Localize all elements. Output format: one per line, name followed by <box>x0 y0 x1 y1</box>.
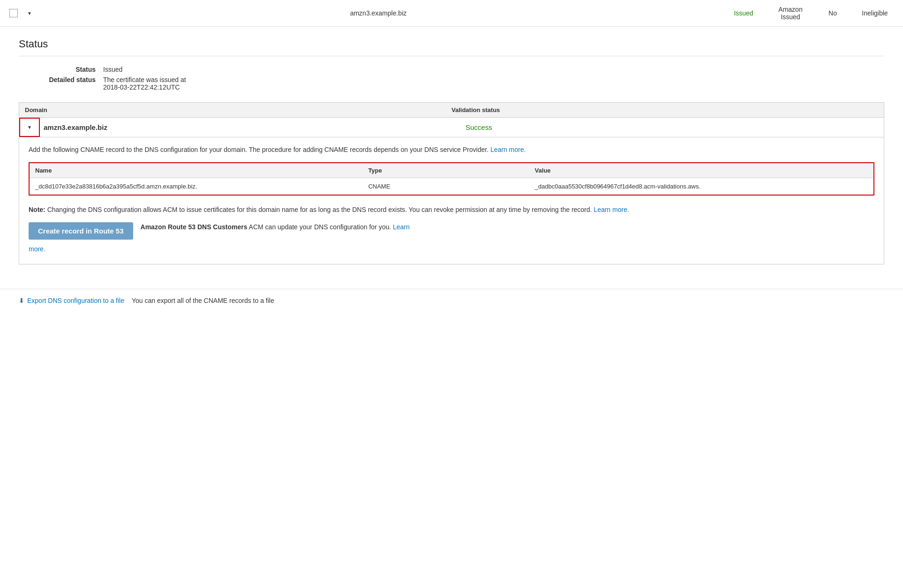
cname-table-row: _dc8d107e33e2a83816b6a2a395a5cf5d.amzn.e… <box>30 178 873 195</box>
domain-row-name: amzn3.example.biz <box>40 118 462 137</box>
row-checkbox[interactable] <box>9 9 18 17</box>
domain-table-row: ▼ amzn3.example.biz Success <box>19 118 884 137</box>
cname-type-header: Type <box>368 167 534 174</box>
status-label: Status <box>28 66 103 73</box>
note-learn-more-link[interactable]: Learn more. <box>594 206 629 213</box>
status-grid: Status Issued Detailed status The certif… <box>19 66 884 91</box>
route53-description: Amazon Route 53 DNS Customers ACM can up… <box>141 222 874 232</box>
top-row-in-use: No <box>819 9 847 17</box>
create-record-button[interactable]: Create record in Route 53 <box>29 222 133 240</box>
instruction-text: Add the following CNAME record to the DN… <box>29 145 874 155</box>
cname-name-header: Name <box>35 167 368 174</box>
main-content: Status Status Issued Detailed status The… <box>0 27 903 285</box>
top-row: ▼ amzn3.example.biz Issued AmazonIssued … <box>0 0 903 27</box>
download-icon: ⬇ <box>19 297 24 304</box>
route53-learn-more-link[interactable]: Learn <box>393 223 410 231</box>
note-text: Note: Changing the DNS configuration all… <box>29 205 874 215</box>
export-dns-link[interactable]: ⬇ Export DNS configuration to a file <box>19 297 124 304</box>
detailed-status-label: Detailed status <box>28 76 103 91</box>
cname-type-value: CNAME <box>368 183 534 190</box>
action-row: Create record in Route 53 Amazon Route 5… <box>29 222 874 240</box>
cname-name-value: _dc8d107e33e2a83816b6a2a395a5cf5d.amzn.e… <box>35 183 368 190</box>
domain-table-header: Domain Validation status <box>19 103 884 118</box>
top-row-renewal-eligibility: Ineligible <box>856 9 894 17</box>
instruction-learn-more-link[interactable]: Learn more. <box>490 146 526 153</box>
route53-learn-more-below-link[interactable]: more. <box>29 245 874 253</box>
cname-table: Name Type Value _dc8d107e33e2a83816b6a2a… <box>29 162 874 196</box>
section-divider <box>19 56 884 56</box>
cname-record-value: _dadbc0aaa5530cf8b0964967cf1d4ed8.acm-va… <box>535 183 868 190</box>
domain-table: Domain Validation status ▼ amzn3.example… <box>19 102 884 264</box>
export-row: ⬇ Export DNS configuration to a file You… <box>0 289 903 312</box>
expanded-domain-content: Add the following CNAME record to the DN… <box>19 137 884 264</box>
domain-row-validation-status: Success <box>462 118 884 137</box>
status-value: Issued <box>103 66 884 73</box>
top-row-chevron-icon[interactable]: ▼ <box>27 11 32 16</box>
top-row-issued-by: AmazonIssued <box>772 6 809 21</box>
cname-table-header: Name Type Value <box>30 163 873 178</box>
domain-column-header: Domain <box>25 106 452 113</box>
top-row-status: Issued <box>725 9 762 17</box>
export-description: You can export all of the CNAME records … <box>132 297 274 304</box>
cname-value-header: Value <box>535 167 868 174</box>
detailed-status-value: The certificate was issued at2018-03-22T… <box>103 76 884 91</box>
top-row-domain: amzn3.example.biz <box>41 9 715 17</box>
validation-column-header: Validation status <box>452 106 878 113</box>
section-title: Status <box>19 38 884 50</box>
domain-expand-icon[interactable]: ▼ <box>27 125 32 130</box>
domain-row-chevron-cell[interactable]: ▼ <box>19 118 40 137</box>
export-link-label: Export DNS configuration to a file <box>27 297 124 304</box>
